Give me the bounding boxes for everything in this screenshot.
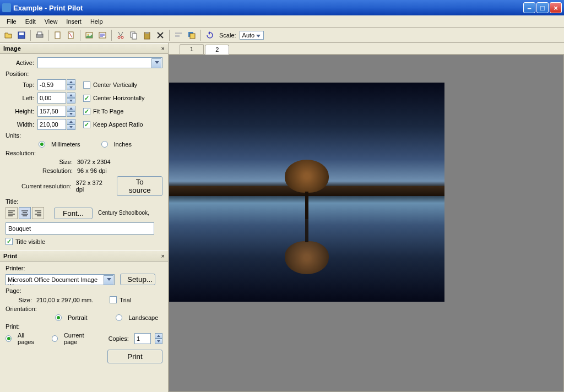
- align-center-button[interactable]: [19, 207, 31, 219]
- fit-checkbox[interactable]: [83, 108, 90, 115]
- current-page-radio[interactable]: [52, 335, 58, 342]
- to-source-button[interactable]: To source: [117, 176, 162, 196]
- svg-rect-4: [55, 32, 60, 39]
- setup-button[interactable]: Setup...: [120, 274, 155, 285]
- top-spin-up[interactable]: [67, 79, 75, 85]
- height-input[interactable]: 157,50: [37, 106, 66, 117]
- center-v-label: Center Vertically: [93, 81, 137, 88]
- minimize-button[interactable]: –: [523, 2, 535, 13]
- open-icon[interactable]: [2, 29, 14, 41]
- in-label: Inches: [114, 141, 132, 148]
- paste-icon[interactable]: [141, 29, 153, 41]
- center-h-label: Center Horizontally: [93, 95, 145, 101]
- portrait-radio[interactable]: [55, 314, 62, 321]
- left-input[interactable]: 0,00: [37, 92, 66, 104]
- svg-rect-3: [37, 32, 42, 35]
- delete-page-icon[interactable]: [65, 29, 77, 41]
- print-panel-title: Print: [3, 253, 17, 259]
- trial-label: Trial: [120, 297, 131, 303]
- print-button[interactable]: Print: [107, 350, 162, 363]
- res-label: Resolution:: [6, 167, 73, 174]
- save-icon[interactable]: [15, 29, 28, 41]
- scale-select[interactable]: Auto: [240, 31, 264, 40]
- fit-label: Fit To Page: [93, 108, 123, 115]
- new-page-icon[interactable]: [52, 29, 64, 41]
- size-label: Size:: [6, 159, 73, 165]
- active-label: Active:: [6, 59, 34, 66]
- arrange-dropdown-icon[interactable]: [186, 29, 198, 41]
- print-panel-close[interactable]: ×: [161, 253, 165, 259]
- height-label: Height:: [6, 108, 34, 115]
- image-panel-header: Image ×: [0, 43, 168, 54]
- svg-rect-18: [145, 32, 149, 34]
- image-panel-close[interactable]: ×: [161, 45, 165, 52]
- mm-label: Millimeters: [51, 141, 80, 148]
- page-size-value: 210,00 x 297,00 mm.: [36, 297, 93, 303]
- keep-ar-checkbox[interactable]: [83, 121, 90, 128]
- left-spin-down[interactable]: [67, 98, 75, 104]
- units-label: Units:: [6, 132, 162, 139]
- font-button[interactable]: Font...: [54, 208, 93, 219]
- in-radio[interactable]: [101, 141, 108, 148]
- rotate-icon[interactable]: [204, 29, 216, 41]
- app-icon: [2, 3, 11, 12]
- preview-image[interactable]: [169, 83, 444, 302]
- top-label: Top:: [6, 81, 34, 88]
- close-button[interactable]: ×: [550, 2, 562, 13]
- menu-edit[interactable]: Edit: [21, 17, 40, 26]
- svg-rect-16: [132, 34, 137, 39]
- menubar: File Edit View Insert Help: [0, 15, 564, 28]
- height-spin-up[interactable]: [67, 106, 75, 111]
- copies-input[interactable]: 1: [134, 333, 151, 344]
- cut-icon[interactable]: [115, 29, 127, 41]
- toolbar: Scale: Auto: [0, 28, 564, 43]
- font-name: Century Schoolbook,: [98, 210, 149, 216]
- delete-icon[interactable]: [154, 29, 166, 41]
- landscape-label: Landscape: [128, 314, 158, 321]
- menu-view[interactable]: View: [40, 17, 62, 26]
- width-spin-down[interactable]: [67, 124, 75, 130]
- copies-label: Copies:: [109, 335, 129, 342]
- resolution-section-label: Resolution:: [6, 150, 162, 156]
- align-right-button[interactable]: [32, 207, 44, 219]
- landscape-radio[interactable]: [116, 314, 122, 321]
- title-input[interactable]: Bouquet: [6, 222, 154, 235]
- tab-1[interactable]: 1: [180, 44, 204, 54]
- all-pages-radio[interactable]: [6, 335, 12, 342]
- align-left-button[interactable]: [6, 207, 18, 219]
- scale-label: Scale:: [219, 32, 236, 39]
- tab-2[interactable]: 2: [205, 45, 229, 55]
- top-spin-down[interactable]: [67, 85, 75, 90]
- printer-combo[interactable]: Microsoft Office Document Image W: [6, 274, 115, 285]
- height-spin-down[interactable]: [67, 111, 75, 117]
- maximize-button[interactable]: □: [536, 2, 549, 13]
- position-label: Position:: [6, 70, 162, 77]
- curres-value: 372 x 372 dpi: [76, 179, 112, 193]
- mm-radio[interactable]: [39, 141, 45, 148]
- title-visible-label: Title visible: [15, 238, 45, 245]
- image-icon[interactable]: [83, 29, 95, 41]
- center-v-checkbox[interactable]: [83, 81, 90, 89]
- svg-rect-19: [175, 32, 182, 34]
- menu-help[interactable]: Help: [86, 17, 107, 26]
- printer-label: Printer:: [6, 265, 162, 271]
- trial-checkbox[interactable]: [110, 296, 117, 303]
- menu-file[interactable]: File: [2, 17, 21, 26]
- print-icon[interactable]: [34, 29, 46, 41]
- width-input[interactable]: 210,00: [37, 119, 66, 130]
- page-size-label: Size:: [6, 297, 32, 303]
- align-dropdown-icon[interactable]: [172, 29, 185, 41]
- center-h-checkbox[interactable]: [83, 95, 90, 102]
- title-visible-checkbox[interactable]: [6, 238, 13, 245]
- svg-rect-20: [175, 35, 180, 37]
- copies-spin-up[interactable]: [155, 333, 162, 339]
- left-spin-up[interactable]: [67, 92, 75, 98]
- menu-insert[interactable]: Insert: [62, 17, 86, 26]
- top-input[interactable]: -0,59: [37, 79, 66, 90]
- canvas[interactable]: [169, 55, 564, 392]
- text-icon[interactable]: [96, 29, 109, 41]
- copy-icon[interactable]: [128, 29, 140, 41]
- width-spin-up[interactable]: [67, 119, 75, 124]
- active-combo[interactable]: [37, 57, 162, 68]
- copies-spin-down[interactable]: [155, 339, 162, 344]
